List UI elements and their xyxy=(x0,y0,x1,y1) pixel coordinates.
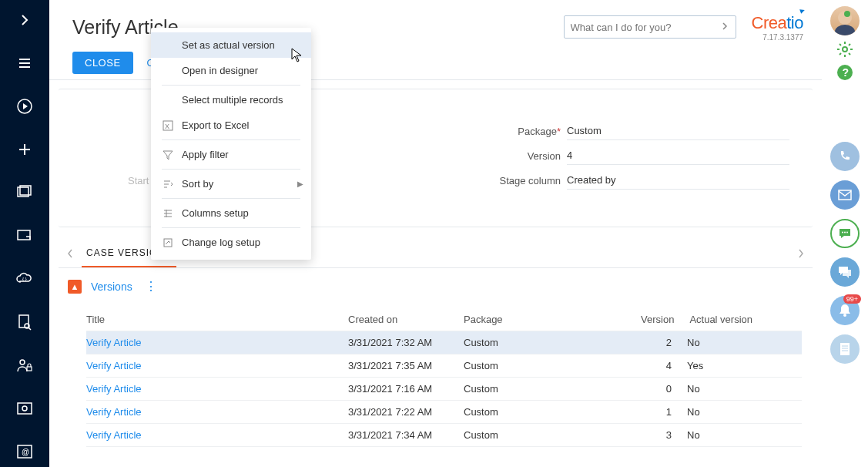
logo-text-1: Crea xyxy=(752,13,787,32)
nav-at-page-icon[interactable]: @ xyxy=(12,439,37,464)
row-version: 4 xyxy=(641,360,687,371)
svg-line-28 xyxy=(849,44,850,45)
row-version: 2 xyxy=(641,337,687,348)
feed-panel-icon[interactable] xyxy=(830,257,860,287)
menu-item-change-log-setup[interactable]: Change log setup xyxy=(151,230,311,255)
svg-text:{ }: { } xyxy=(22,277,27,281)
svg-marker-4 xyxy=(23,103,28,109)
col-version-header[interactable]: Version xyxy=(641,314,689,325)
table-row[interactable]: Verify Article3/31/2021 7:34 AMCustom3No xyxy=(86,424,802,447)
collapse-toggle-icon[interactable]: ▲ xyxy=(68,280,82,294)
right-rail: ? 99+ xyxy=(822,0,868,467)
svg-line-27 xyxy=(840,53,841,55)
nav-settings-page-icon[interactable] xyxy=(12,396,37,421)
settings-gear-icon[interactable] xyxy=(836,40,854,59)
nav-menu-icon[interactable] xyxy=(12,51,37,76)
svg-rect-9 xyxy=(18,230,30,240)
context-menu: Set as actual versionOpen in designerSel… xyxy=(151,28,311,260)
close-button[interactable]: CLOSE xyxy=(72,52,133,74)
svg-text:?: ? xyxy=(843,66,850,79)
row-title-link[interactable]: Verify Article xyxy=(86,383,142,395)
mail-panel-icon[interactable] xyxy=(830,180,860,210)
row-actual: No xyxy=(687,383,802,395)
global-search-input[interactable] xyxy=(571,22,720,33)
svg-rect-11 xyxy=(19,315,28,328)
menu-item-select-multiple-records[interactable]: Select multiple records xyxy=(151,87,311,113)
row-actual: No xyxy=(687,337,802,348)
svg-point-32 xyxy=(842,232,843,234)
menu-separator xyxy=(162,169,300,170)
row-package: Custom xyxy=(464,383,641,395)
package-value[interactable]: Custom xyxy=(567,122,789,140)
svg-point-34 xyxy=(846,232,848,234)
stage-column-value[interactable]: Created by xyxy=(567,171,789,190)
submenu-arrow-icon: ▶ xyxy=(297,180,303,188)
row-package: Custom xyxy=(464,406,641,418)
history-panel-icon[interactable] xyxy=(830,334,860,364)
svg-line-26 xyxy=(849,53,850,55)
menu-separator xyxy=(162,139,300,140)
menu-separator xyxy=(162,85,300,86)
col-actual-header[interactable]: Actual version xyxy=(689,314,802,325)
nav-add-icon[interactable] xyxy=(12,137,37,162)
search-go-icon[interactable] xyxy=(720,22,729,33)
menu-item-sort-by[interactable]: Sort by▶ xyxy=(151,171,311,197)
sort-icon xyxy=(162,179,174,190)
logo: Creatio 7.17.3.1377 xyxy=(752,13,803,42)
notification-badge: 99+ xyxy=(843,294,861,304)
row-created: 3/31/2021 7:16 AM xyxy=(348,383,464,395)
menu-item-label: Columns setup xyxy=(182,207,249,219)
svg-rect-36 xyxy=(840,343,850,355)
svg-point-20 xyxy=(843,47,847,52)
svg-line-25 xyxy=(840,44,841,45)
nav-user-lock-icon[interactable] xyxy=(12,353,37,378)
menu-item-apply-filter[interactable]: Apply filter xyxy=(151,142,311,167)
menu-item-open-in-designer[interactable]: Open in designer xyxy=(151,58,311,83)
nav-play-icon[interactable] xyxy=(12,94,37,119)
version-value[interactable]: 4 xyxy=(567,146,789,165)
svg-point-35 xyxy=(843,314,846,317)
col-package-header[interactable]: Package xyxy=(464,314,641,325)
versions-grid: Title Created on Package Version Actual … xyxy=(86,308,802,447)
nav-search-page-icon[interactable] xyxy=(12,310,37,334)
menu-separator xyxy=(162,227,300,228)
row-created: 3/31/2021 7:22 AM xyxy=(348,406,464,418)
row-version: 1 xyxy=(641,406,687,418)
nav-library-icon[interactable] xyxy=(12,180,37,205)
table-row[interactable]: Verify Article3/31/2021 7:22 AMCustom1No xyxy=(86,401,802,424)
row-package: Custom xyxy=(464,337,641,348)
row-title-link[interactable]: Verify Article xyxy=(86,429,142,441)
versions-more-icon[interactable]: ⋮ xyxy=(142,279,160,294)
phone-panel-icon[interactable] xyxy=(830,142,860,171)
table-row[interactable]: Verify Article3/31/2021 7:16 AMCustom0No xyxy=(86,378,802,401)
app-version: 7.17.3.1377 xyxy=(752,33,803,42)
table-row[interactable]: Verify Article3/31/2021 7:32 AMCustom2No xyxy=(86,331,802,354)
col-created-header[interactable]: Created on xyxy=(348,314,464,325)
nav-expand-icon[interactable] xyxy=(12,8,37,32)
row-created: 3/31/2021 7:35 AM xyxy=(348,360,464,371)
nav-process-icon[interactable] xyxy=(12,223,37,248)
svg-point-14 xyxy=(20,360,25,365)
row-title-link[interactable]: Verify Article xyxy=(86,360,142,371)
stage-column-label: Stage column xyxy=(451,175,567,186)
row-version: 0 xyxy=(641,383,687,395)
chat-panel-icon[interactable] xyxy=(830,219,860,248)
version-label: Version xyxy=(451,150,567,162)
col-title-header[interactable]: Title xyxy=(86,314,348,325)
row-title-link[interactable]: Verify Article xyxy=(86,337,142,348)
tab-scroll-left-icon[interactable] xyxy=(59,248,82,259)
menu-item-columns-setup[interactable]: Columns setup xyxy=(151,200,311,226)
menu-item-export-to-excel[interactable]: XExport to Excel xyxy=(151,113,311,138)
menu-item-set-as-actual-version[interactable]: Set as actual version xyxy=(151,32,311,58)
row-title-link[interactable]: Verify Article xyxy=(86,406,142,418)
help-icon[interactable]: ? xyxy=(836,63,854,82)
table-row[interactable]: Verify Article3/31/2021 7:35 AMCustom4Ye… xyxy=(86,354,802,378)
notifications-panel-icon[interactable]: 99+ xyxy=(830,296,860,325)
avatar-wrap[interactable] xyxy=(830,6,860,35)
versions-title[interactable]: Versions xyxy=(91,281,132,293)
tab-scroll-right-icon[interactable] xyxy=(789,248,813,259)
global-search[interactable] xyxy=(564,15,736,39)
row-actual: Yes xyxy=(687,360,802,371)
nav-cloud-icon[interactable]: { } xyxy=(12,267,37,291)
menu-item-label: Open in designer xyxy=(182,65,258,76)
